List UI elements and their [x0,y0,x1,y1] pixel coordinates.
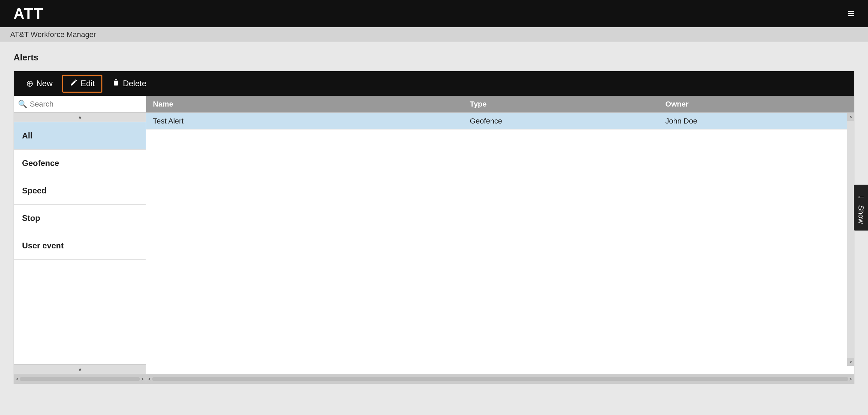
breadcrumb-text: AT&T Workforce Manager [10,30,96,39]
column-header-name: Name [146,100,463,109]
sidebar: 🔍 ∧ All Geofence Speed [14,96,146,374]
table-horizontal-scrollbar: < > [146,374,854,383]
show-panel-tab[interactable]: ← Show [854,185,868,230]
cell-name: Test Alert [146,117,463,126]
sidebar-item-user-event[interactable]: User event [14,232,146,260]
sidebar-scroll-up-button[interactable]: ∧ [14,113,146,122]
content-area: 🔍 ∧ All Geofence Speed [14,96,854,374]
page-content: Alerts ⊕ New Edit [0,42,868,394]
sidebar-item-speed[interactable]: Speed [14,177,146,205]
column-header-type: Type [463,100,659,109]
sidebar-scroll-area: All Geofence Speed Stop User event [14,122,146,364]
edit-icon [70,78,78,89]
app-logo: ATT [14,5,43,22]
bottom-scrollbars: < > < > [14,374,854,383]
cell-owner: John Doe [658,117,854,126]
alerts-panel: ⊕ New Edit Delete [14,71,854,384]
hamburger-menu-icon[interactable]: ≡ [847,6,854,21]
delete-icon [112,78,120,89]
toolbar: ⊕ New Edit Delete [14,71,854,96]
show-tab-label: Show [856,205,865,224]
top-header: ATT ≡ [0,0,868,27]
column-header-owner: Owner [658,100,854,109]
edit-button[interactable]: Edit [62,75,102,93]
delete-button-label: Delete [123,79,146,88]
edit-button-label: Edit [81,79,95,88]
search-bar: 🔍 [14,96,146,113]
sidebar-item-geofence[interactable]: Geofence [14,150,146,177]
table-scroll-left-button[interactable]: < [148,376,151,382]
sidebar-scroll-down-button[interactable]: ∨ [14,364,146,374]
breadcrumb: AT&T Workforce Manager [0,27,868,42]
search-icon: 🔍 [18,100,27,109]
new-icon: ⊕ [26,78,34,89]
new-button-label: New [36,79,53,88]
page-title: Alerts [14,52,854,63]
delete-button[interactable]: Delete [105,76,153,92]
table-header: Name Type Owner [146,96,854,113]
cell-type: Geofence [463,117,659,126]
show-tab-arrow-icon: ← [856,191,866,202]
table-vertical-scrollbar: ∧ ∨ [847,113,854,366]
new-button[interactable]: ⊕ New [19,76,59,92]
sidebar-horizontal-scrollbar: < > [14,374,146,383]
table-scroll-down-button[interactable]: ∨ [847,358,854,366]
sidebar-scroll-right-button[interactable]: > [141,376,144,382]
table-area: Name Type Owner Test Alert Geofence John… [146,96,854,374]
sidebar-item-all[interactable]: All [14,122,146,150]
search-input[interactable] [30,100,142,109]
table-scroll-up-button[interactable]: ∧ [847,113,854,121]
table-row[interactable]: Test Alert Geofence John Doe [146,113,854,130]
sidebar-item-stop[interactable]: Stop [14,205,146,232]
table-body: Test Alert Geofence John Doe [146,113,854,374]
sidebar-scroll-left-button[interactable]: < [16,376,19,382]
table-scroll-right-button[interactable]: > [849,376,852,382]
